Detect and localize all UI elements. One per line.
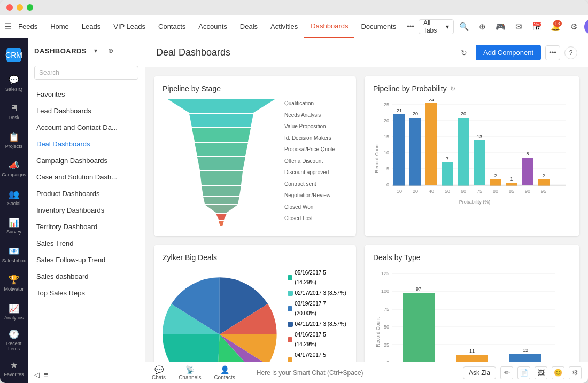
sidebar-item-desk[interactable]: 🖥 Desk: [0, 98, 28, 126]
smart-chat-input[interactable]: [257, 369, 442, 377]
svg-text:Probability (%): Probability (%): [459, 199, 491, 205]
favorites-icon: ★: [10, 360, 18, 370]
nav-accounts[interactable]: Accounts: [192, 15, 233, 38]
nav-campaign-dashboards[interactable]: Campaign Dashboards: [28, 152, 145, 169]
image-icon[interactable]: 🖼: [535, 366, 547, 379]
list-view-icon[interactable]: ≡: [44, 371, 48, 379]
sidebar-item-crm[interactable]: CRM: [0, 41, 28, 69]
pipeline-probability-title: Pipeline by Probability ↻: [373, 84, 571, 93]
edit-icon[interactable]: ✏: [500, 366, 513, 379]
add-component-button[interactable]: Add Component: [476, 45, 541, 60]
hamburger-icon[interactable]: ☰: [4, 18, 12, 35]
chats-button[interactable]: 💬 Chats: [152, 365, 166, 380]
notifications-button[interactable]: 🔔 13: [547, 18, 563, 35]
nav-leads[interactable]: Leads: [75, 15, 107, 38]
emoji-icon[interactable]: 😊: [552, 366, 564, 379]
nav-home[interactable]: Home: [44, 15, 75, 38]
sidebar-item-campaigns[interactable]: 📣 Campaigns: [0, 155, 28, 183]
svg-marker-1: [189, 114, 253, 127]
sidebar-item-analytics[interactable]: 📈 Analytics: [0, 298, 28, 326]
refresh-button[interactable]: ↻: [457, 45, 471, 60]
more-bottom-icon[interactable]: ⚙: [569, 366, 582, 379]
svg-text:50: 50: [445, 189, 450, 194]
nav-contacts[interactable]: Contacts: [152, 15, 192, 38]
nav-inventory-dashboards[interactable]: Inventory Dashboards: [28, 202, 145, 218]
avatar[interactable]: U: [584, 19, 588, 34]
nav-deals[interactable]: Deals: [234, 15, 264, 38]
document-icon[interactable]: 📄: [517, 366, 530, 379]
contacts-button[interactable]: 👤 Contacts: [214, 365, 235, 380]
sidebar-item-recent[interactable]: 🕐 Recent Items: [0, 326, 28, 354]
nav-feeds[interactable]: Feeds: [12, 15, 44, 38]
contacts-icon: 👤: [220, 365, 229, 374]
icon-sidebar: CRM 💬 SalesIQ 🖥 Desk 📋 Projects 📣 Campai…: [0, 38, 28, 383]
main-content: Deal Dashboards ↻ Add Component ••• ? Pi…: [145, 38, 588, 383]
svg-text:24: 24: [429, 99, 434, 103]
svg-text:10: 10: [397, 189, 402, 194]
search-input[interactable]: [34, 66, 138, 80]
maximize-button[interactable]: [27, 4, 33, 11]
nav-account-contact[interactable]: Account and Contact Da...: [28, 119, 145, 136]
sidebar-item-survey[interactable]: 📊 Survey: [0, 212, 28, 240]
nav-sales-followup[interactable]: Sales Follow-up Trend: [28, 252, 145, 268]
add-button[interactable]: ⊕: [474, 18, 490, 35]
funnel-labels: Qualification Needs Analysis Value Propo…: [284, 99, 335, 222]
crm-icon: CRM: [6, 48, 21, 62]
smart-chat-area: [248, 369, 450, 377]
add-dashboard-button[interactable]: ⊕: [105, 45, 117, 57]
email-button[interactable]: ✉: [511, 18, 527, 35]
notification-badge: 13: [553, 20, 562, 27]
gamepad-icon[interactable]: 🎮: [492, 18, 508, 35]
svg-marker-0: [168, 99, 275, 113]
ask-zia-area: Ask Zia ✏ 📄 🖼 😊 ⚙: [463, 366, 582, 379]
ask-zia-button[interactable]: Ask Zia: [463, 366, 496, 379]
svg-text:125: 125: [381, 271, 389, 276]
sidebar-item-social[interactable]: 👥 Social: [0, 183, 28, 212]
svg-marker-8: [205, 205, 238, 213]
nav-territory-dashboard[interactable]: Territory Dashboard: [28, 218, 145, 235]
dashboard-grid: Pipeline by Stage: [145, 67, 588, 362]
chats-icon: 💬: [154, 365, 164, 374]
close-button[interactable]: [6, 4, 13, 11]
search-button[interactable]: 🔍: [456, 18, 472, 35]
nav-deal-dashboards[interactable]: Deal Dashboards: [28, 136, 145, 152]
nav-top-sales-reps[interactable]: Top Sales Reps: [28, 285, 145, 301]
nav-product-dashboards[interactable]: Product Dashboards: [28, 185, 145, 202]
collapse-icon[interactable]: ◁: [34, 371, 40, 379]
probability-refresh-icon[interactable]: ↻: [450, 85, 455, 92]
nav-documents[interactable]: Documents: [354, 15, 403, 38]
nav-activities[interactable]: Activities: [264, 15, 304, 38]
dropdown-icon[interactable]: ▾: [90, 45, 102, 57]
all-tabs-button[interactable]: All Tabs ▾: [419, 19, 454, 34]
help-button[interactable]: ?: [564, 46, 577, 59]
sidebar-item-favorites[interactable]: ★ Favorites: [0, 355, 28, 383]
nav-favorites[interactable]: Favorites: [28, 86, 145, 103]
nav-vip-leads[interactable]: VIP Leads: [107, 15, 152, 38]
sidebar-item-projects[interactable]: 📋 Projects: [0, 126, 28, 154]
svg-text:0: 0: [386, 182, 389, 187]
nav-sales-trend[interactable]: Sales Trend: [28, 235, 145, 252]
nav-case-solution[interactable]: Case and Solution Dash...: [28, 169, 145, 185]
social-icon: 👥: [9, 189, 19, 199]
bottom-bar: 💬 Chats 📡 Channels 👤 Contacts Ask Zia: [145, 362, 588, 383]
content-actions: ↻ Add Component ••• ?: [457, 45, 577, 60]
nav-dashboards[interactable]: Dashboards: [304, 15, 354, 38]
channels-button[interactable]: 📡 Channels: [179, 365, 201, 380]
sidebar-item-salesinbox[interactable]: 📧 SalesInbox: [0, 240, 28, 269]
svg-rect-40: [522, 158, 533, 185]
sidebar-item-salesiq[interactable]: 💬 SalesIQ: [0, 69, 28, 97]
calendar-button[interactable]: 📅: [529, 18, 545, 35]
minimize-button[interactable]: [17, 4, 23, 11]
more-options-button[interactable]: •••: [545, 45, 560, 60]
settings-button[interactable]: ⚙: [566, 18, 582, 35]
svg-text:Record Count: Record Count: [375, 317, 381, 347]
svg-text:2: 2: [542, 173, 545, 178]
nav-sales-dashboard[interactable]: Sales dashboard: [28, 268, 145, 285]
sidebar-item-motivator[interactable]: 🏆 Motivator: [0, 269, 28, 297]
svg-text:95: 95: [541, 189, 546, 194]
nav-more[interactable]: •••: [403, 22, 419, 30]
pie-container: 05/16/2017 5 (14.29%) 02/17/2017 3 (8.57…: [163, 268, 347, 362]
nav-lead-dashboards[interactable]: Lead Dashboards: [28, 103, 145, 119]
svg-text:11: 11: [469, 348, 475, 354]
legend-item: 04/16/2017 5 (14.29%): [288, 330, 347, 349]
